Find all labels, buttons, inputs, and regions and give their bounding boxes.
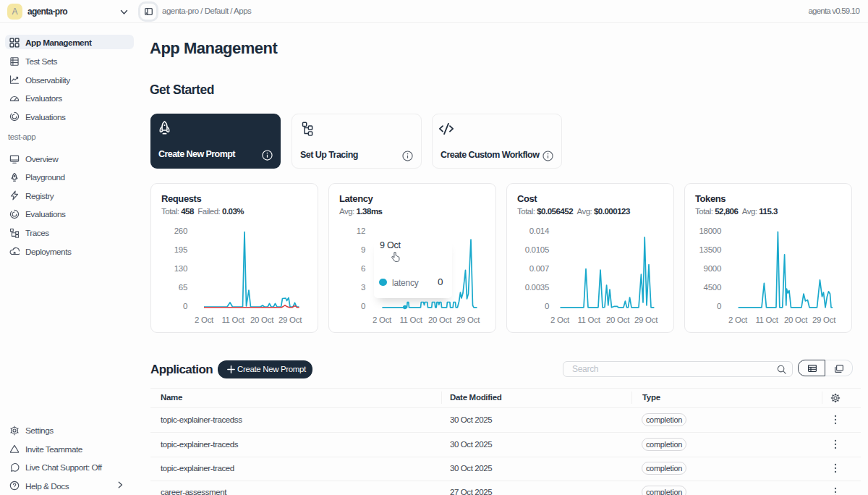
svg-text:2 Oct: 2 Oct [373, 316, 392, 324]
svg-text:260: 260 [174, 227, 187, 235]
svg-text:2 Oct: 2 Oct [195, 316, 214, 324]
svg-text:29 Oct: 29 Oct [456, 316, 480, 324]
svg-text:11 Oct: 11 Oct [221, 316, 244, 324]
svg-text:9000: 9000 [704, 264, 721, 273]
svg-text:11 Oct: 11 Oct [577, 316, 600, 324]
svg-text:0: 0 [545, 302, 549, 310]
svg-text:9: 9 [361, 245, 365, 254]
svg-text:65: 65 [179, 283, 187, 292]
svg-text:29 Oct: 29 Oct [812, 316, 836, 324]
svg-text:20 Oct: 20 Oct [428, 316, 452, 324]
svg-text:13500: 13500 [699, 245, 721, 254]
svg-text:0.0105: 0.0105 [525, 245, 549, 254]
svg-text:2 Oct: 2 Oct [728, 316, 748, 324]
svg-text:20 Oct: 20 Oct [606, 316, 630, 324]
svg-text:12: 12 [357, 227, 365, 235]
svg-text:3: 3 [361, 283, 365, 292]
svg-text:130: 130 [174, 264, 187, 273]
svg-text:0.014: 0.014 [529, 227, 550, 235]
svg-text:11 Oct: 11 Oct [755, 316, 778, 324]
svg-text:11 Oct: 11 Oct [399, 316, 422, 324]
svg-text:195: 195 [174, 245, 187, 254]
svg-text:2 Oct: 2 Oct [550, 316, 570, 324]
svg-text:4500: 4500 [704, 283, 721, 292]
svg-text:0: 0 [717, 302, 721, 310]
svg-text:0: 0 [361, 302, 365, 310]
svg-text:0.007: 0.007 [529, 264, 549, 273]
svg-text:0: 0 [183, 302, 187, 310]
svg-text:20 Oct: 20 Oct [784, 316, 808, 324]
svg-text:29 Oct: 29 Oct [278, 316, 302, 324]
svg-text:0.0035: 0.0035 [525, 283, 549, 292]
svg-text:6: 6 [361, 264, 365, 273]
svg-text:18000: 18000 [699, 227, 721, 235]
svg-text:20 Oct: 20 Oct [250, 316, 274, 324]
svg-text:29 Oct: 29 Oct [634, 316, 658, 324]
